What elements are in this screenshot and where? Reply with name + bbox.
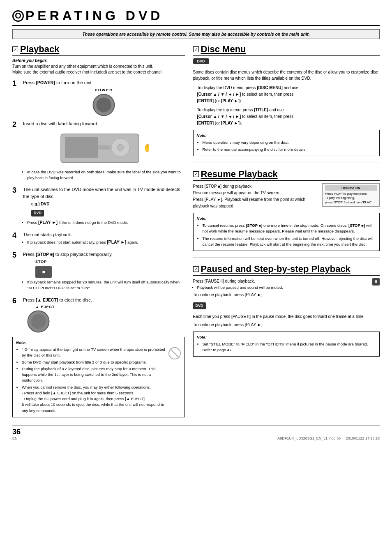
paused-title: Paused and Step-by-step Playback xyxy=(201,264,350,274)
section-divider-1 xyxy=(193,163,380,163)
resume-note-title: Note: xyxy=(197,216,376,221)
svg-point-1 xyxy=(97,98,111,113)
svg-rect-3 xyxy=(65,137,98,158)
page-number: 36 xyxy=(12,428,21,436)
section-divider-2 xyxy=(193,258,380,258)
step-5: 5 Press [STOP ■] to stop playback tempor… xyxy=(12,251,185,292)
paused-checkbox: ✓ xyxy=(193,266,199,272)
page-footer: 36 EN A9DF1UH_LD320SS1_EN_v1.indd 36 201… xyxy=(12,426,380,440)
resume-title: Resume Playback xyxy=(201,169,278,180)
step-2-content: Insert a disc with label facing forward.… xyxy=(23,120,185,182)
step-1-content: Press [POWER] to turn on the unit. POWER xyxy=(23,79,185,116)
page-title: PERATING DVD xyxy=(25,8,163,23)
disc-menu-instructions: To display the DVD menu, press [DISC MEN… xyxy=(193,85,380,127)
eject-label: ▲ EJECT xyxy=(35,304,185,310)
step-4: 4 The unit starts playback. If playback … xyxy=(12,231,185,247)
playback-section-header: ✓ Playback xyxy=(12,44,185,56)
col-right: ✓ Disc Menu DVD Some discs contain disc … xyxy=(193,44,380,417)
step-2: 2 Insert a disc with label facing forwar… xyxy=(12,120,185,182)
power-button-image xyxy=(92,94,115,116)
title-circle-letter: O xyxy=(12,10,24,22)
paused-content: Press [PAUSE II] during playback. Playba… xyxy=(193,278,380,328)
resume-on-text: Press 'PLAY' to play from here. To play … xyxy=(325,192,377,205)
disc-menu-note-title: Note: xyxy=(197,133,376,138)
step-4-number: 4 xyxy=(12,231,21,240)
disc-menu-checkbox: ✓ xyxy=(193,46,199,52)
resume-on-box: Resume ON Press 'PLAY' to play from here… xyxy=(322,183,380,207)
paused-section-header: ✓ Paused and Step-by-step Playback xyxy=(193,264,380,276)
step-3-number: 3 xyxy=(12,186,21,195)
step-5-content: Press [STOP ■] to stop playback temporar… xyxy=(23,251,185,292)
step-6-content: Press [▲ EJECT] to eject the disc. ▲ EJE… xyxy=(23,297,185,333)
stop-button-image: ■ xyxy=(35,266,52,278)
before-begin-label: Before you begin: xyxy=(12,58,185,63)
playback-note-title: Note: xyxy=(16,340,181,345)
resume-content: Resume ON Press 'PLAY' to play from here… xyxy=(193,183,380,210)
stop-label: STOP xyxy=(35,259,185,265)
step-1: 1 Press [POWER] to turn on the unit. POW… xyxy=(12,79,185,116)
svg-rect-6 xyxy=(98,145,110,150)
banner: These operations are accessible by remot… xyxy=(12,29,380,39)
paused-note-title: Note: xyxy=(197,334,376,340)
step-3: 3 The unit switches to the DVD mode when… xyxy=(12,186,185,227)
disc-menu-intro: Some discs contain disc menus which desc… xyxy=(193,69,380,81)
footer-lang: EN xyxy=(12,436,21,440)
step-5-number: 5 xyxy=(12,251,21,260)
step-1-number: 1 xyxy=(12,79,21,88)
eject-button-image xyxy=(27,310,50,333)
pause-badge: II xyxy=(372,278,380,286)
step-2-number: 2 xyxy=(12,120,21,129)
paused-note-box: Note: Set "STILL MODE" to "FIELD" in the… xyxy=(193,332,380,357)
disc-menu-title: Disc Menu xyxy=(201,44,246,55)
step-4-content: The unit starts playback. If playback do… xyxy=(23,231,185,247)
playback-note-box: Note: " ⊘ " may appear at the top-right … xyxy=(12,337,185,417)
svg-line-11 xyxy=(170,349,179,358)
playback-title: Playback xyxy=(20,44,59,55)
dvd-badge-step3: DVD xyxy=(31,210,44,216)
col-left: ✓ Playback Before you begin: Turn on the… xyxy=(12,44,185,417)
playback-checkbox: ✓ xyxy=(12,46,18,52)
footer-file: A9DF1UH_LD320SS1_EN_v1.indd 36 2010/01/2… xyxy=(277,436,380,440)
disc-menu-section-header: ✓ Disc Menu xyxy=(193,44,380,56)
prohibited-icon xyxy=(168,347,181,360)
resume-section-header: ✓ Resume Playback xyxy=(193,169,380,181)
page-header: O PERATING DVD xyxy=(12,8,380,26)
svg-point-9 xyxy=(31,314,46,329)
svg-text:✋: ✋ xyxy=(143,143,149,152)
svg-point-5 xyxy=(117,144,124,151)
step-6: 6 Press [▲ EJECT] to eject the disc. ▲ E… xyxy=(12,297,185,333)
step-3-content: The unit switches to the DVD mode when t… xyxy=(23,186,185,227)
disc-menu-dvd-badge: DVD xyxy=(193,58,209,64)
disc-player-image: ✋ xyxy=(59,130,149,167)
dvd-badge-paused: DVD xyxy=(193,302,206,309)
before-begin-text: Turn on the amplifier and any other equi… xyxy=(12,64,185,75)
resume-checkbox: ✓ xyxy=(193,171,199,177)
disc-menu-note-box: Note: Menu operations may vary depending… xyxy=(193,130,380,156)
resume-on-title: Resume ON xyxy=(325,185,377,191)
main-content: ✓ Playback Before you begin: Turn on the… xyxy=(12,44,380,417)
step-6-number: 6 xyxy=(12,297,21,306)
resume-note-box: Note: To cancel resume, press [STOP ■] o… xyxy=(193,213,380,251)
